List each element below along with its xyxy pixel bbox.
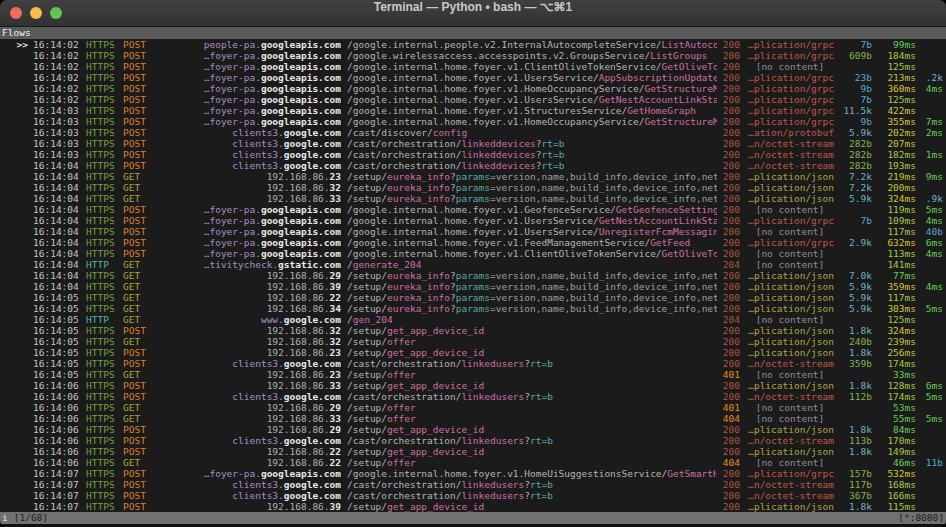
flow-row[interactable]: 16:14:07HTTPSPOSTclients3.google.com/cas… <box>0 490 946 501</box>
flow-row[interactable]: 16:14:02HTTPSPOST…foyer-pa.googleapis.co… <box>0 72 946 83</box>
host: …foyer-pa.googleapis.com <box>155 105 341 116</box>
status-code: 200 <box>721 182 740 193</box>
flow-row[interactable]: 16:14:04HTTPSPOST…foyer-pa.googleapis.co… <box>0 215 946 226</box>
flow-row[interactable]: 16:14:05HTTPSGET192.168.86.32/setup/offe… <box>0 336 946 347</box>
path-last-segment: ListGroups <box>650 50 707 61</box>
timestamp: 16:14:06 <box>33 402 80 413</box>
flow-row[interactable]: 16:14:06HTTPSPOST192.168.86.33/setup/get… <box>0 380 946 391</box>
host-ip-last-octet: 33 <box>330 193 341 204</box>
content-type: …plication/json <box>746 303 834 314</box>
path-prefix: /google.internal.home.foyer.v1.UsersServ… <box>347 94 599 105</box>
duration: 324ms <box>877 193 916 204</box>
scheme: HTTPS <box>86 127 117 138</box>
flow-row[interactable]: 16:14:04HTTPSGET192.168.86.39/setup/eure… <box>0 281 946 292</box>
title-bar[interactable]: Terminal — Python • bash — ⌥⌘1 <box>0 0 946 27</box>
request-path: /cast/orchestration/linkeddevices?rt=b <box>347 149 717 160</box>
flow-row[interactable]: 16:14:02HTTPSPOST…foyer-pa.googleapis.co… <box>0 94 946 105</box>
flow-row[interactable]: 16:14:03HTTPSPOST…foyer-pa.googleapis.co… <box>0 105 946 116</box>
scheme: HTTPS <box>86 138 117 149</box>
flow-row[interactable]: 16:14:04HTTPSPOSTclients3.google.com/cas… <box>0 160 946 171</box>
path-last-segment: get_app_device_id <box>387 325 484 336</box>
flow-row[interactable]: 16:14:04HTTPSPOST…foyer-pa.googleapis.co… <box>0 237 946 248</box>
flow-row[interactable]: 16:14:05HTTPGETwww.google.com/gen_204204… <box>0 314 946 325</box>
status-code: 200 <box>721 72 740 83</box>
extra-metric: 5ms <box>921 303 943 314</box>
host: clients3.google.com <box>155 391 341 402</box>
duration: 532ms <box>877 468 916 479</box>
flow-row[interactable]: 16:14:05HTTPSGET192.168.86.22/setup/eure… <box>0 292 946 303</box>
flow-row[interactable]: 16:14:05HTTPSGET192.168.86.23/setup/offe… <box>0 369 946 380</box>
timestamp: 16:14:04 <box>33 259 80 270</box>
flow-row[interactable]: 16:14:05HTTPSPOSTclients3.google.com/cas… <box>0 358 946 369</box>
path-prefix: /google.internal.home.foyer.v1.FeedManag… <box>347 237 650 248</box>
flow-row[interactable]: 16:14:07HTTPSPOSTclients3.google.com/cas… <box>0 479 946 490</box>
extra-metric: 5ms <box>921 204 943 215</box>
query-key: rt=b <box>541 138 564 149</box>
flow-row[interactable]: 16:14:04HTTPSPOST…foyer-pa.googleapis.co… <box>0 204 946 215</box>
flow-row[interactable]: 16:14:02HTTPSPOST…foyer-pa.googleapis.co… <box>0 83 946 94</box>
flow-row[interactable]: 16:14:06HTTPSPOSTclients3.google.com/cas… <box>0 435 946 446</box>
timestamp: 16:14:02 <box>33 61 80 72</box>
host-domain: gstatic.com <box>278 259 341 270</box>
path-prefix: /setup/ <box>347 193 387 204</box>
duration: 117ms <box>877 226 916 237</box>
status-code: 404 <box>721 413 740 424</box>
host-subdomain: clients3. <box>232 391 283 402</box>
timestamp: 16:14:04 <box>33 215 80 226</box>
path-last-segment: linkeddevices <box>461 138 535 149</box>
scheme: HTTPS <box>86 94 117 105</box>
timestamp: 16:14:04 <box>33 204 80 215</box>
flow-row[interactable]: 16:14:06HTTPSGET192.168.86.29/setup/offe… <box>0 402 946 413</box>
flow-row[interactable]: 16:14:04HTTPSGET192.168.86.33/setup/eure… <box>0 193 946 204</box>
timestamp: 16:14:05 <box>33 325 80 336</box>
flow-row[interactable]: 16:14:03HTTPSPOSTclients3.google.com/cas… <box>0 138 946 149</box>
flow-row[interactable]: 16:14:03HTTPSPOSTclients3.google.com/cas… <box>0 127 946 138</box>
status-code: 200 <box>721 435 740 446</box>
flow-row[interactable]: 16:14:07HTTPSPOST…foyer-pa.googleapis.co… <box>0 468 946 479</box>
response-size: 7b <box>839 215 872 226</box>
flow-row[interactable]: 16:14:05HTTPSGET192.168.86.34/setup/eure… <box>0 303 946 314</box>
flow-row[interactable]: 16:14:04HTTPSGET192.168.86.32/setup/eure… <box>0 182 946 193</box>
content-type: [no content] <box>746 413 834 424</box>
flow-list[interactable]: >>16:14:02HTTPSPOSTpeople-pa.googleapis.… <box>0 39 946 512</box>
request-path: /cast/orchestration/linkeddevices?rt=b <box>347 138 717 149</box>
scheme: HTTPS <box>86 281 117 292</box>
flow-row[interactable]: 16:14:04HTTPGET…tivitycheck.gstatic.com/… <box>0 259 946 270</box>
flow-row[interactable]: 16:14:06HTTPSGET192.168.86.33/setup/offe… <box>0 413 946 424</box>
path-last-segment: GetHomeGraph <box>627 105 696 116</box>
method: POST <box>123 248 150 259</box>
request-path: /setup/eureka_info?params=version,name,b… <box>347 281 717 292</box>
flow-row[interactable]: 16:14:07HTTPSPOST192.168.86.39/setup/get… <box>0 501 946 512</box>
request-path: /setup/get_app_device_id <box>347 347 717 358</box>
flow-row[interactable]: 16:14:06HTTPSPOST192.168.86.29/setup/get… <box>0 424 946 435</box>
scheme: HTTPS <box>86 292 117 303</box>
response-size: 7.2k <box>839 182 872 193</box>
flow-row[interactable]: 16:14:02HTTPSPOST…foyer-pa.googleapis.co… <box>0 50 946 61</box>
query-key: params <box>456 292 490 303</box>
host-ip-last-octet: 32 <box>330 182 341 193</box>
flow-row[interactable]: >>16:14:02HTTPSPOSTpeople-pa.googleapis.… <box>0 39 946 50</box>
flow-row[interactable]: 16:14:06HTTPSPOSTclients3.google.com/cas… <box>0 391 946 402</box>
host: …foyer-pa.googleapis.com <box>155 237 341 248</box>
scheme: HTTPS <box>86 380 117 391</box>
flow-row[interactable]: 16:14:04HTTPSGET192.168.86.29/setup/eure… <box>0 270 946 281</box>
host-subdomain: …foyer-pa. <box>204 204 261 215</box>
host-subdomain: clients3. <box>232 138 283 149</box>
flow-row[interactable]: 16:14:03HTTPSPOSTclients3.google.com/cas… <box>0 149 946 160</box>
flow-row[interactable]: 16:14:04HTTPSPOST…foyer-pa.googleapis.co… <box>0 248 946 259</box>
flow-row[interactable]: 16:14:05HTTPSPOST192.168.86.23/setup/get… <box>0 347 946 358</box>
path-prefix: /cast/orchestration/ <box>347 435 461 446</box>
flow-row[interactable]: 16:14:05HTTPSPOST192.168.86.32/setup/get… <box>0 325 946 336</box>
flow-row[interactable]: 16:14:04HTTPSPOST…foyer-pa.googleapis.co… <box>0 226 946 237</box>
flow-row[interactable]: 16:14:06HTTPSGET192.168.86.22/setup/offe… <box>0 457 946 468</box>
flow-row[interactable]: 16:14:06HTTPSPOST192.168.86.22/setup/get… <box>0 446 946 457</box>
timestamp: 16:14:06 <box>33 380 80 391</box>
flow-row[interactable]: 16:14:02HTTPSPOST…foyer-pa.googleapis.co… <box>0 61 946 72</box>
timestamp: 16:14:04 <box>33 160 80 171</box>
scheme: HTTPS <box>86 72 117 83</box>
flow-row[interactable]: 16:14:04HTTPSGET192.168.86.23/setup/eure… <box>0 171 946 182</box>
status-code: 200 <box>721 94 740 105</box>
response-size: 5.9k <box>839 281 872 292</box>
content-type: …plication/json <box>746 424 834 435</box>
flow-row[interactable]: 16:14:03HTTPSPOST…foyer-pa.googleapis.co… <box>0 116 946 127</box>
